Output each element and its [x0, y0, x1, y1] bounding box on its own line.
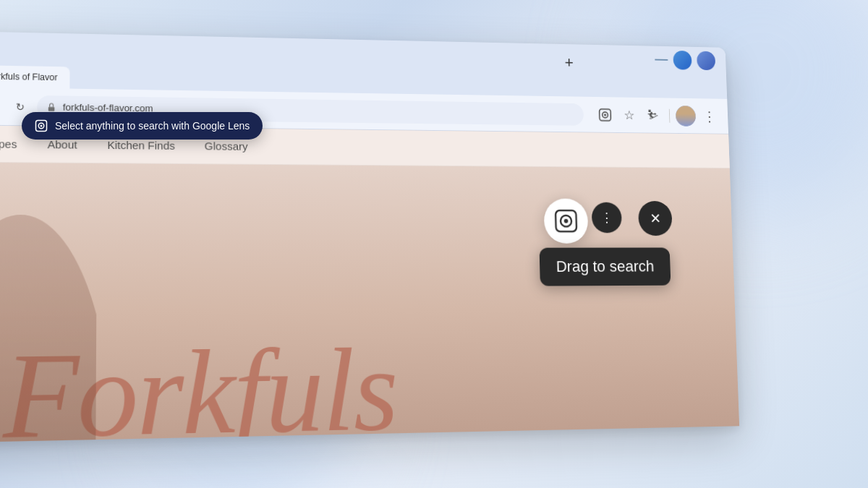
- title-bar-right: [655, 50, 716, 70]
- profile-avatar: [676, 106, 696, 127]
- lens-tooltip: Select anything to search with Google Le…: [22, 112, 263, 140]
- tab-title: Forkfuls of Flavor: [0, 71, 58, 82]
- svg-rect-3: [48, 106, 55, 111]
- lens-float-icon: [553, 208, 579, 234]
- lens-float-button[interactable]: [543, 199, 588, 244]
- browser-window: F Forkfuls of Flavor ← → ↻ forkfuls-of-f…: [0, 31, 740, 453]
- toolbar-icons: ☆ ⛷ ⋮: [594, 103, 720, 127]
- profile-avatar-small-1: [673, 51, 692, 70]
- more-options-dots-icon: ⋮: [600, 210, 613, 225]
- lens-toolbar-icon: [598, 108, 612, 121]
- puzzle-icon: ⛷: [647, 108, 659, 122]
- toolbar-separator: [669, 108, 671, 122]
- extensions-button[interactable]: ⛷: [642, 104, 664, 127]
- star-icon: ☆: [624, 107, 634, 122]
- forward-button[interactable]: →: [0, 95, 4, 116]
- bookmark-button[interactable]: ☆: [618, 104, 641, 127]
- lens-tooltip-icon: [35, 119, 48, 132]
- browser-chrome: F Forkfuls of Flavor ← → ↻ forkfuls-of-f…: [0, 31, 739, 443]
- nav-item-kitchen[interactable]: Kitchen Finds: [107, 139, 175, 152]
- more-options-button[interactable]: ⋮: [699, 105, 720, 127]
- profile-face: [676, 106, 696, 127]
- close-x-icon: ✕: [650, 210, 661, 227]
- drag-tooltip-text: Drag to search: [556, 257, 654, 275]
- browser-tab[interactable]: F Forkfuls of Flavor: [0, 65, 69, 89]
- nav-item-recipes[interactable]: Recipes: [0, 137, 17, 150]
- svg-point-2: [41, 125, 43, 127]
- lens-close-button[interactable]: ✕: [638, 201, 673, 236]
- lens-toolbar-button[interactable]: [594, 103, 616, 126]
- lens-more-options-button[interactable]: ⋮: [592, 202, 622, 234]
- plus-crosshair: +: [564, 53, 574, 72]
- more-options-icon: ⋮: [702, 108, 717, 124]
- nav-item-glossary[interactable]: Glossary: [205, 140, 248, 153]
- profile-button[interactable]: [675, 105, 697, 127]
- profile-avatar-small-2: [697, 51, 715, 71]
- svg-point-9: [564, 219, 569, 223]
- page-content: Recipes About Kitchen Finds Glossary For…: [0, 125, 739, 443]
- minimize-line: [655, 59, 668, 61]
- lock-icon: [46, 102, 57, 112]
- svg-point-6: [604, 114, 606, 116]
- drag-to-search-tooltip: Drag to search: [539, 248, 671, 286]
- lens-tooltip-text: Select anything to search with Google Le…: [55, 120, 250, 132]
- nav-item-about[interactable]: About: [48, 138, 77, 151]
